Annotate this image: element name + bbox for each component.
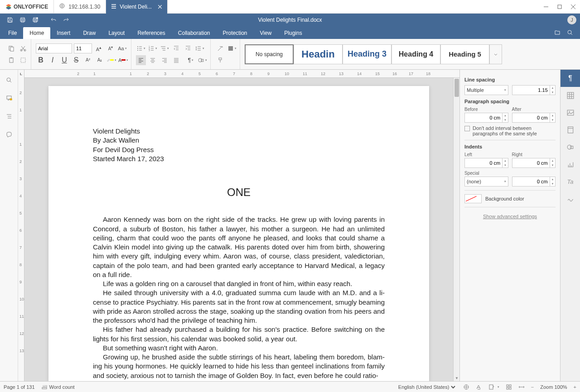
special-indent-value[interactable]: ▲▼ xyxy=(512,177,556,186)
font-color-icon[interactable]: A▾ xyxy=(118,55,128,65)
select-all-icon[interactable] xyxy=(18,55,28,65)
menu-plugins[interactable]: Plugins xyxy=(278,27,308,39)
strikethrough-icon[interactable]: S xyxy=(71,55,81,65)
scroll-down-icon[interactable]: ▼ xyxy=(454,375,459,381)
rail-textart-icon[interactable]: Ta xyxy=(561,173,580,190)
track-changes-icon[interactable]: ▾ xyxy=(488,384,499,390)
align-right-icon[interactable] xyxy=(160,55,169,65)
rail-signature-icon[interactable] xyxy=(561,190,580,207)
multilevel-icon[interactable]: ▾ xyxy=(160,43,169,53)
line-spacing-value[interactable]: ▲▼ xyxy=(512,85,556,95)
scrollbar-vertical[interactable]: ▲ ▼ xyxy=(453,78,459,381)
style-heading4[interactable]: Heading 4 xyxy=(392,44,440,64)
menu-home[interactable]: Home xyxy=(23,27,50,39)
change-case-icon[interactable]: Aa▾ xyxy=(117,43,127,53)
ruler-horizontal[interactable]: L 2 1 1 2 3 4 5 6 7 8 9 10 11 12 13 14 1… xyxy=(18,70,459,78)
redo-icon[interactable] xyxy=(60,14,72,26)
zoom-out-icon[interactable]: − xyxy=(531,384,534,390)
page-count[interactable]: Page 1 of 131 xyxy=(4,384,35,390)
menu-insert[interactable]: Insert xyxy=(50,27,77,39)
superscript-icon[interactable]: A² xyxy=(83,55,93,65)
comments-icon[interactable] xyxy=(4,93,14,103)
menu-references[interactable]: References xyxy=(131,27,171,39)
save-icon[interactable] xyxy=(4,14,16,26)
menu-file[interactable]: File xyxy=(2,27,23,39)
shading-icon[interactable]: ▾ xyxy=(227,43,237,53)
rail-shape-icon[interactable] xyxy=(561,139,580,156)
decrease-font-icon[interactable]: A▾ xyxy=(106,43,116,53)
app-logo-tab[interactable]: ONLYOFFICE xyxy=(0,0,54,14)
cut-icon[interactable] xyxy=(18,43,28,53)
document-page[interactable]: Violent Delights By Jack Wallen For Devi… xyxy=(48,86,429,381)
tab-server[interactable]: 192.168.1.30 xyxy=(54,0,106,14)
user-avatar[interactable]: J xyxy=(567,15,576,24)
rail-header-icon[interactable] xyxy=(561,121,580,139)
italic-icon[interactable]: I xyxy=(48,55,58,65)
spellcheck-icon[interactable] xyxy=(463,384,469,390)
align-left-icon[interactable] xyxy=(136,55,146,65)
word-count[interactable]: 123Word count xyxy=(41,384,75,390)
clear-format-icon[interactable] xyxy=(215,43,225,53)
style-heading1[interactable]: Headin xyxy=(294,44,343,64)
page-canvas[interactable]: Violent Delights By Jack Wallen For Devi… xyxy=(24,78,453,381)
spacing-after[interactable]: ▲▼ xyxy=(512,113,556,123)
fit-page-icon[interactable] xyxy=(506,384,512,390)
font-name-select[interactable] xyxy=(36,43,72,53)
open-folder-icon[interactable] xyxy=(551,26,564,39)
indent-left[interactable]: ▲▼ xyxy=(464,158,508,168)
bgcolor-swatch[interactable] xyxy=(464,194,482,203)
print-icon[interactable] xyxy=(16,14,29,26)
numbering-icon[interactable]: 123▾ xyxy=(148,43,158,53)
menu-draw[interactable]: Draw xyxy=(77,27,102,39)
ruler-vertical[interactable]: 2 1 1 2 3 4 5 6 7 8 9 10 11 12 13 xyxy=(18,78,24,381)
underline-icon[interactable]: U xyxy=(59,55,69,65)
highlight-icon[interactable]: ▾ xyxy=(106,55,116,65)
subscript-icon[interactable]: A₂ xyxy=(95,55,105,65)
maximize-button[interactable] xyxy=(553,0,566,14)
style-heading3[interactable]: Heading 3 xyxy=(343,44,392,64)
paste-icon[interactable] xyxy=(6,55,16,65)
indent-right[interactable]: ▲▼ xyxy=(512,158,556,168)
align-justify-icon[interactable] xyxy=(171,55,181,65)
quick-print-icon[interactable] xyxy=(29,14,42,26)
language-select[interactable]: English (United States) xyxy=(396,384,457,390)
close-tab-icon[interactable] xyxy=(158,4,162,10)
headings-icon[interactable] xyxy=(4,111,14,121)
advanced-settings-link[interactable]: Show advanced settings xyxy=(464,214,556,219)
special-indent-select[interactable]: (none)▾ xyxy=(464,177,508,186)
rail-paragraph-icon[interactable]: ¶ xyxy=(561,70,580,87)
spacing-before[interactable]: ▲▼ xyxy=(464,113,508,123)
align-center-icon[interactable] xyxy=(148,55,158,65)
menu-layout[interactable]: Layout xyxy=(102,27,131,39)
increase-indent-icon[interactable] xyxy=(183,43,193,53)
line-spacing-mode[interactable]: Multiple▾ xyxy=(464,85,508,95)
zoom-in-icon[interactable]: + xyxy=(574,384,576,390)
bullets-icon[interactable]: ▾ xyxy=(136,43,146,53)
increase-font-icon[interactable]: A▴ xyxy=(94,43,104,53)
fit-width-icon[interactable] xyxy=(518,384,525,390)
format-painter-icon[interactable] xyxy=(215,55,225,65)
scroll-thumb[interactable] xyxy=(454,79,459,97)
font-size-select[interactable] xyxy=(74,43,92,53)
find-icon[interactable] xyxy=(4,75,14,85)
menu-protection[interactable]: Protection xyxy=(217,27,254,39)
search-icon[interactable] xyxy=(564,26,576,39)
undo-icon[interactable] xyxy=(47,14,60,26)
style-no-spacing[interactable]: No spacing xyxy=(245,44,294,64)
minimize-button[interactable] xyxy=(539,0,553,14)
decrease-indent-icon[interactable] xyxy=(171,43,181,53)
menu-view[interactable]: View xyxy=(254,27,278,39)
menu-collaboration[interactable]: Collaboration xyxy=(172,27,217,39)
rail-table-icon[interactable] xyxy=(561,87,580,104)
rail-chart-icon[interactable] xyxy=(561,156,580,173)
zoom-level[interactable]: Zoom 100% xyxy=(540,384,567,390)
style-expand-icon[interactable] xyxy=(489,44,502,64)
style-heading5[interactable]: Heading 5 xyxy=(440,44,489,64)
tab-document[interactable]: Violent Deli... xyxy=(106,0,167,14)
close-button[interactable] xyxy=(566,0,580,14)
shapes-align-icon[interactable]: ▾ xyxy=(198,55,208,65)
feedback-icon[interactable] xyxy=(4,129,14,139)
rail-image-icon[interactable] xyxy=(561,104,580,121)
dont-add-interval-checkbox[interactable]: Don't add interval between paragraphs of… xyxy=(464,125,556,136)
copy-icon[interactable] xyxy=(6,43,16,53)
